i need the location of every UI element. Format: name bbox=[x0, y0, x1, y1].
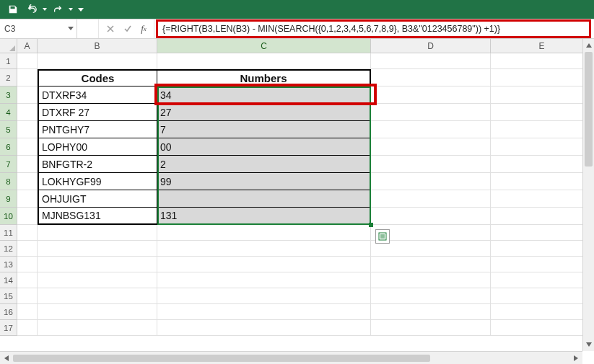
cell[interactable] bbox=[491, 173, 593, 190]
scroll-up-icon[interactable] bbox=[583, 39, 594, 52]
table-row[interactable]: LOKHYGF99 bbox=[38, 173, 157, 190]
cell[interactable] bbox=[157, 304, 371, 320]
cell[interactable] bbox=[491, 69, 593, 86]
name-box-dropdown[interactable] bbox=[65, 19, 77, 38]
cancel-formula-button[interactable] bbox=[102, 19, 119, 38]
cell[interactable] bbox=[371, 190, 491, 208]
cell[interactable] bbox=[38, 320, 157, 336]
scroll-right-icon[interactable] bbox=[569, 352, 582, 364]
row-header[interactable]: 10 bbox=[0, 208, 17, 225]
cell[interactable] bbox=[157, 272, 371, 288]
cell[interactable] bbox=[17, 304, 38, 320]
redo-dropdown[interactable] bbox=[68, 8, 74, 11]
cell[interactable] bbox=[17, 257, 38, 272]
save-button[interactable] bbox=[4, 1, 22, 17]
cell[interactable] bbox=[371, 257, 491, 272]
cell[interactable] bbox=[38, 241, 157, 257]
cell[interactable] bbox=[491, 288, 593, 304]
cell[interactable] bbox=[371, 208, 491, 225]
cell[interactable] bbox=[491, 208, 593, 225]
cell[interactable] bbox=[38, 288, 157, 304]
table-row[interactable]: 7 bbox=[157, 121, 371, 138]
cell[interactable] bbox=[17, 272, 38, 288]
cell[interactable] bbox=[17, 320, 38, 336]
cell[interactable] bbox=[157, 257, 371, 272]
cell[interactable] bbox=[38, 257, 157, 272]
scroll-thumb[interactable] bbox=[13, 355, 430, 362]
cell[interactable] bbox=[371, 86, 491, 104]
row-header[interactable]: 1 bbox=[0, 53, 17, 69]
cell[interactable] bbox=[491, 121, 593, 138]
cell[interactable] bbox=[38, 304, 157, 320]
autofill-options-button[interactable] bbox=[375, 229, 390, 244]
table-row[interactable]: PNTGHY7 bbox=[38, 121, 157, 138]
col-header-C[interactable]: C bbox=[157, 39, 371, 53]
row-header[interactable]: 15 bbox=[0, 288, 17, 304]
cell[interactable] bbox=[491, 138, 593, 156]
cell[interactable] bbox=[157, 241, 371, 257]
table-row[interactable]: 00 bbox=[157, 138, 371, 156]
fill-handle[interactable] bbox=[369, 223, 373, 227]
cell[interactable] bbox=[371, 121, 491, 138]
table-row[interactable]: OHJUIGT bbox=[38, 190, 157, 208]
table-row[interactable]: 2 bbox=[157, 156, 371, 173]
cell[interactable] bbox=[371, 104, 491, 121]
table-row[interactable]: LOPHY00 bbox=[38, 138, 157, 156]
cell[interactable] bbox=[491, 257, 593, 272]
table-row[interactable]: 27 bbox=[157, 104, 371, 121]
cell[interactable] bbox=[17, 104, 38, 121]
row-header[interactable]: 16 bbox=[0, 304, 17, 320]
col-header-B[interactable]: B bbox=[38, 39, 157, 53]
cell[interactable] bbox=[491, 320, 593, 336]
cell[interactable] bbox=[371, 320, 491, 336]
col-header-A[interactable]: A bbox=[17, 39, 38, 53]
cell[interactable] bbox=[17, 208, 38, 225]
cell[interactable] bbox=[371, 304, 491, 320]
row-header[interactable]: 11 bbox=[0, 225, 17, 241]
table-row[interactable]: MJNBSG131 bbox=[38, 208, 157, 225]
undo-button[interactable] bbox=[23, 1, 40, 17]
row-header[interactable]: 9 bbox=[0, 190, 17, 208]
cell[interactable] bbox=[17, 86, 38, 104]
cell[interactable] bbox=[38, 53, 157, 69]
cell[interactable] bbox=[17, 121, 38, 138]
cell[interactable] bbox=[491, 86, 593, 104]
table-row[interactable]: 34 bbox=[157, 86, 371, 104]
row-header[interactable]: 12 bbox=[0, 241, 17, 257]
cell[interactable] bbox=[491, 156, 593, 173]
cell[interactable] bbox=[491, 304, 593, 320]
undo-dropdown[interactable] bbox=[42, 8, 48, 11]
qat-customize[interactable] bbox=[78, 6, 84, 12]
row-header[interactable]: 7 bbox=[0, 156, 17, 173]
cell[interactable] bbox=[17, 190, 38, 208]
row-header[interactable]: 14 bbox=[0, 272, 17, 288]
cell[interactable] bbox=[17, 288, 38, 304]
vertical-scrollbar[interactable] bbox=[582, 39, 594, 351]
col-header-D[interactable]: D bbox=[371, 39, 491, 53]
table-header-codes[interactable]: Codes bbox=[38, 69, 157, 86]
cell[interactable] bbox=[371, 288, 491, 304]
row-header[interactable]: 4 bbox=[0, 104, 17, 121]
table-header-numbers[interactable]: Numbers bbox=[157, 69, 371, 86]
scroll-thumb[interactable] bbox=[585, 52, 593, 167]
select-all-triangle[interactable] bbox=[0, 39, 17, 53]
row-header[interactable]: 8 bbox=[0, 173, 17, 190]
col-header-E[interactable]: E bbox=[491, 39, 593, 53]
cell[interactable] bbox=[17, 156, 38, 173]
table-row[interactable]: 131 bbox=[157, 208, 371, 225]
cell[interactable] bbox=[157, 225, 371, 241]
horizontal-scrollbar[interactable] bbox=[0, 351, 582, 364]
cell[interactable] bbox=[491, 225, 593, 241]
cell[interactable] bbox=[371, 53, 491, 69]
cell[interactable] bbox=[491, 272, 593, 288]
cell[interactable] bbox=[371, 69, 491, 86]
row-header[interactable]: 6 bbox=[0, 138, 17, 156]
table-row[interactable]: DTXRF34 bbox=[38, 86, 157, 104]
cell[interactable] bbox=[491, 104, 593, 121]
table-row[interactable]: BNFGTR-2 bbox=[38, 156, 157, 173]
cell[interactable] bbox=[371, 173, 491, 190]
cell[interactable] bbox=[491, 53, 593, 69]
cell[interactable] bbox=[157, 53, 371, 69]
cell[interactable] bbox=[17, 138, 38, 156]
table-row[interactable] bbox=[157, 190, 371, 208]
